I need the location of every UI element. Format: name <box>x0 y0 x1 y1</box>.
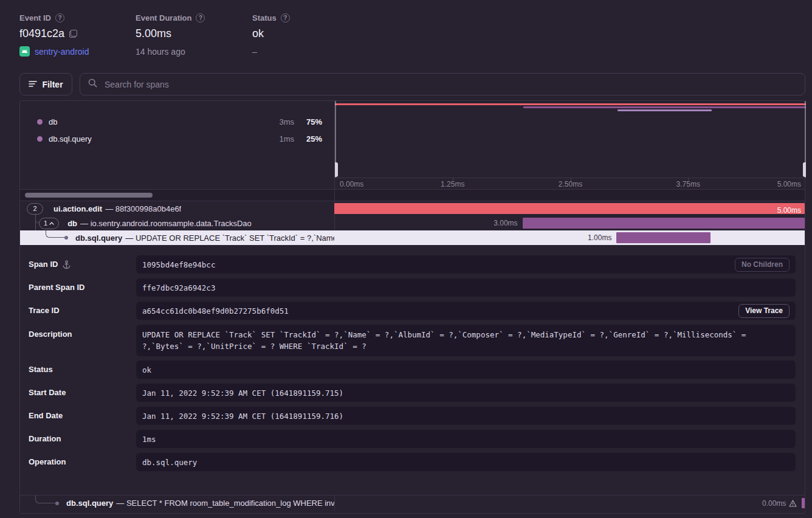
duration-value[interactable]: 1ms <box>136 430 796 448</box>
span-bar[interactable]: 5.00ms <box>334 203 805 214</box>
collapse-badge[interactable]: 1 <box>39 218 59 229</box>
ops-breakdown-row-db-sql-query[interactable]: db.sql.query 1ms 25% <box>37 130 322 147</box>
trace-id-value[interactable]: a654cc61dc0b48ef9d0b27275b6f0d51 View Tr… <box>136 302 796 320</box>
search-input[interactable] <box>103 79 797 90</box>
no-children-button[interactable]: No Children <box>735 258 790 272</box>
minimap-span-line <box>335 103 806 105</box>
status-detail-value[interactable]: ok <box>136 361 796 379</box>
tree-leaf-dot <box>64 236 68 240</box>
help-icon[interactable]: ? <box>55 13 64 22</box>
ops-breakdown: db 3ms 75% db.sql.query 1ms 25% <box>20 101 334 189</box>
op-color-dot <box>37 119 43 125</box>
tree-scroll-strip <box>20 189 805 201</box>
event-id-block: Event ID ? f0491c2a sentry-android <box>19 13 89 57</box>
span-duration-label: 0.00ms <box>762 496 797 511</box>
event-id-label: Event ID <box>19 13 51 22</box>
event-duration-value: 5.00ms <box>136 27 205 40</box>
op-color-dot <box>37 136 43 142</box>
view-trace-button[interactable]: View Trace <box>738 304 790 318</box>
minimap-drag-handle-right[interactable] <box>803 162 806 177</box>
tree-connector <box>35 496 55 503</box>
axis-tick-label: 1.25ms <box>441 180 464 188</box>
span-row-db-sql-query-sibling[interactable]: db.sql.query — SELECT * FROM room_table_… <box>20 495 805 511</box>
help-icon[interactable]: ? <box>281 13 290 22</box>
event-duration-ago: 14 hours ago <box>136 47 205 57</box>
anchor-icon[interactable] <box>63 260 71 269</box>
axis-tick-label: 0.00ms <box>340 180 363 188</box>
parent-span-id-value[interactable]: ffe7dbc92a6942c3 <box>136 278 796 297</box>
axis-tick-label: 2.50ms <box>559 180 582 188</box>
child-count-badge[interactable]: 2 <box>27 203 43 215</box>
minimap-span-line <box>618 109 712 111</box>
minimap-drag-handle-left[interactable] <box>335 162 338 177</box>
span-tree-panel: db 3ms 75% db.sql.query 1ms 25% 0.00ms 1… <box>19 100 805 514</box>
tree-leaf-dot <box>55 502 59 505</box>
event-duration-label: Event Duration <box>136 13 191 22</box>
chevron-up-icon <box>49 222 54 225</box>
horizontal-scrollbar[interactable] <box>25 193 153 198</box>
warning-icon <box>789 497 797 512</box>
span-id-value[interactable]: 1095bd4ef8e94bcc No Children <box>136 255 796 274</box>
filter-button[interactable]: Filter <box>19 73 72 95</box>
trace-minimap[interactable] <box>335 101 806 178</box>
axis-tick-label: 5.00ms <box>777 180 801 188</box>
span-bar[interactable] <box>616 232 710 243</box>
start-date-value[interactable]: Jan 11, 2022 9:52:39 AM CET (1641891159.… <box>136 384 796 402</box>
span-row-db-sql-query-selected[interactable]: db.sql.query — UPDATE OR REPLACE `Track`… <box>20 230 805 245</box>
status-value: ok <box>252 27 290 40</box>
filter-button-label: Filter <box>42 80 63 89</box>
status-subtext: – <box>252 47 290 57</box>
operation-value[interactable]: db.sql.query <box>136 453 796 471</box>
minimap-span-line <box>523 106 806 108</box>
event-id-value: f0491c2a <box>19 27 64 40</box>
time-axis: 0.00ms 1.25ms 2.50ms 3.75ms 5.00ms <box>335 178 806 189</box>
copy-icon[interactable] <box>69 30 77 38</box>
span-bar[interactable] <box>523 218 805 229</box>
event-duration-block: Event Duration ? 5.00ms 14 hours ago <box>136 13 205 57</box>
status-block: Status ? ok – <box>252 13 290 57</box>
span-row-db[interactable]: 1 db — io.sentry.android.roomsample.data… <box>20 216 805 230</box>
end-date-value[interactable]: Jan 11, 2022 9:52:39 AM CET (1641891159.… <box>136 407 796 425</box>
ops-breakdown-row-db[interactable]: db 3ms 75% <box>37 113 322 130</box>
description-value[interactable]: UPDATE OR REPLACE `Track` SET `TrackId` … <box>136 325 796 356</box>
help-icon[interactable]: ? <box>196 13 205 22</box>
status-label: Status <box>252 13 277 22</box>
tree-connector <box>46 230 64 238</box>
axis-tick-label: 3.75ms <box>676 180 700 188</box>
filter-lines-icon <box>29 80 37 89</box>
span-duration-label: 1.00ms <box>588 230 611 245</box>
span-search-bar[interactable] <box>80 73 805 95</box>
android-platform-icon <box>19 46 30 57</box>
span-duration-label: 3.00ms <box>494 216 517 230</box>
search-icon <box>88 78 97 90</box>
span-row-ui-action-edit[interactable]: 2 ui.action.edit — 88f300998a0b4e6f 5.00… <box>20 201 805 216</box>
project-link[interactable]: sentry-android <box>35 47 89 57</box>
span-bar[interactable] <box>802 498 805 508</box>
